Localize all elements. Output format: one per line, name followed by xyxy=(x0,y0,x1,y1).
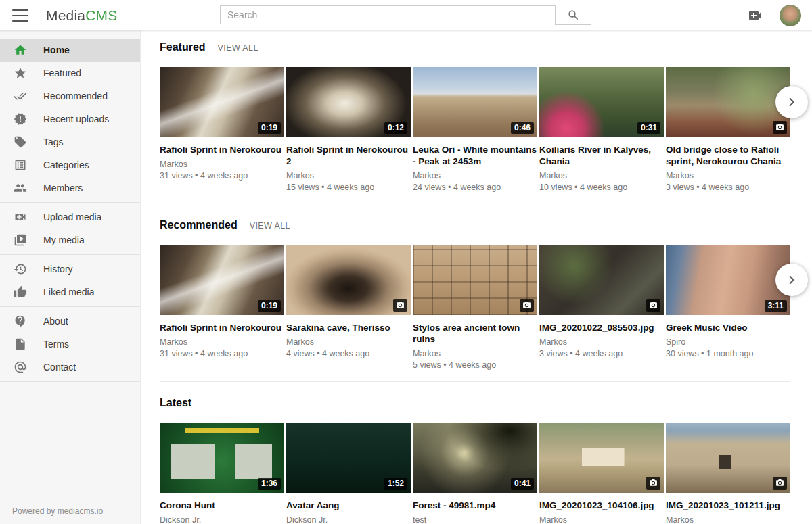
thumb-up-icon xyxy=(14,285,28,300)
media-thumbnail[interactable]: 0:19 xyxy=(160,67,284,137)
media-author[interactable]: Markos xyxy=(413,171,537,181)
search-button[interactable] xyxy=(555,5,591,25)
media-title[interactable]: Forest - 49981.mp4 xyxy=(413,500,537,511)
media-card[interactable]: 0:19 Rafioli Sprint in Nerokourou Markos… xyxy=(160,67,284,193)
video-library-icon xyxy=(14,233,28,247)
media-title[interactable]: Leuka Ori - White mountains - Peak at 24… xyxy=(413,144,537,167)
media-author[interactable]: Markos xyxy=(539,337,664,348)
media-card[interactable]: Sarakina cave, Therisso Markos 4 views •… xyxy=(286,245,411,371)
media-title[interactable]: Avatar Aang xyxy=(286,500,411,511)
sidebar-item-home[interactable]: Home xyxy=(0,39,140,62)
card-row: 0:19 Rafioli Sprint in Nerokourou Markos… xyxy=(160,245,790,371)
sidebar-item-recommended[interactable]: Recommended xyxy=(0,85,140,108)
logo[interactable]: MediaCMS xyxy=(46,7,117,24)
media-author[interactable]: Markos xyxy=(539,515,664,524)
section-title: Latest xyxy=(160,397,191,409)
media-card[interactable]: 0:31 Koiliaris River in Kalyves, Chania … xyxy=(539,67,664,193)
media-thumbnail[interactable] xyxy=(666,423,790,493)
media-card[interactable]: 0:41 Forest - 49981.mp4 test 17 views • … xyxy=(413,423,537,524)
media-title[interactable]: Rafioli Sprint in Nerokourou xyxy=(160,144,284,156)
sidebar-item-my-media[interactable]: My media xyxy=(0,229,140,252)
media-meta: 15 views • 4 weeks ago xyxy=(286,183,411,193)
media-author[interactable]: Markos xyxy=(413,349,537,359)
media-card[interactable]: 3:11 Greek Music Video Spiro 30 views • … xyxy=(666,245,790,371)
media-card[interactable]: 0:12 Rafioli Sprint in Nerokourou 2 Mark… xyxy=(286,67,411,193)
media-card[interactable]: 0:19 Rafioli Sprint in Nerokourou Markos… xyxy=(160,245,284,371)
media-author[interactable]: test xyxy=(413,515,537,524)
view-all-link[interactable]: VIEW ALL xyxy=(250,221,290,231)
media-title[interactable]: IMG_20201023_104106.jpg xyxy=(539,500,664,511)
media-thumbnail[interactable] xyxy=(666,67,790,137)
media-meta: 31 views • 4 weeks ago xyxy=(160,349,284,359)
media-thumbnail[interactable] xyxy=(286,245,411,315)
sidebar-item-about[interactable]: About xyxy=(0,310,140,333)
card-row: 0:19 Rafioli Sprint in Nerokourou Markos… xyxy=(160,67,790,193)
media-meta: 31 views • 4 weeks ago xyxy=(160,171,284,181)
media-thumbnail[interactable]: 0:46 xyxy=(413,67,537,137)
sidebar-item-members[interactable]: Members xyxy=(0,176,140,199)
media-author[interactable]: Spiro xyxy=(666,337,790,348)
media-title[interactable]: Rafioli Sprint in Nerokourou xyxy=(160,322,284,333)
media-card[interactable]: 0:46 Leuka Ori - White mountains - Peak … xyxy=(413,67,537,193)
media-meta: 3 views • 4 weeks ago xyxy=(539,349,664,359)
media-author[interactable]: Markos xyxy=(666,515,790,524)
media-author[interactable]: Dickson Jr. xyxy=(160,515,284,524)
media-title[interactable]: IMG_20201022_085503.jpg xyxy=(539,322,664,333)
media-thumbnail[interactable]: 0:41 xyxy=(413,423,537,493)
sidebar-item-tags[interactable]: Tags xyxy=(0,130,140,153)
media-author[interactable]: Markos xyxy=(666,171,790,181)
media-card[interactable]: Stylos area ancient town ruins Markos 5 … xyxy=(413,245,537,371)
media-thumbnail[interactable] xyxy=(413,245,537,315)
media-author[interactable]: Markos xyxy=(286,171,411,181)
camera-badge xyxy=(646,477,660,490)
media-card[interactable]: IMG_20201023_101211.jpg Markos 4 views •… xyxy=(666,423,790,524)
sidebar-item-upload-media[interactable]: Upload media xyxy=(0,206,140,229)
media-thumbnail[interactable]: 3:11 xyxy=(666,245,790,315)
media-title[interactable]: Old bridge close to Rafioli sprint, Nero… xyxy=(666,144,790,167)
hamburger-menu-icon[interactable] xyxy=(12,9,28,22)
sidebar-item-featured[interactable]: Featured xyxy=(0,62,140,85)
media-author[interactable]: Markos xyxy=(539,171,664,181)
media-title[interactable]: Stylos area ancient town ruins xyxy=(413,322,537,345)
media-title[interactable]: IMG_20201023_101211.jpg xyxy=(666,500,790,511)
help-icon xyxy=(14,314,28,329)
media-title[interactable]: Rafioli Sprint in Nerokourou 2 xyxy=(286,144,411,167)
tag-icon xyxy=(14,135,28,149)
sidebar-item-label: Home xyxy=(43,45,70,55)
media-thumbnail[interactable]: 0:31 xyxy=(539,67,664,137)
view-all-link[interactable]: VIEW ALL xyxy=(218,43,258,53)
home-icon xyxy=(14,43,28,57)
sidebar-item-recent-uploads[interactable]: Recent uploads xyxy=(0,108,140,130)
sidebar-item-terms[interactable]: Terms xyxy=(0,333,140,356)
media-card[interactable]: 1:52 Avatar Aang Dickson Jr. 12 views • … xyxy=(286,423,411,524)
media-thumbnail[interactable]: 1:36 xyxy=(160,423,284,493)
upload-media-icon[interactable] xyxy=(747,7,763,24)
media-author[interactable]: Markos xyxy=(160,160,284,170)
duration-badge: 0:19 xyxy=(258,122,281,134)
media-thumbnail[interactable]: 1:52 xyxy=(286,423,411,493)
media-title[interactable]: Sarakina cave, Therisso xyxy=(286,322,411,333)
media-thumbnail[interactable] xyxy=(539,423,664,493)
media-card[interactable]: IMG_20201023_104106.jpg Markos 4 views •… xyxy=(539,423,664,524)
next-arrow-button[interactable] xyxy=(775,86,808,118)
media-thumbnail[interactable]: 0:19 xyxy=(160,245,284,315)
media-author[interactable]: Markos xyxy=(286,337,411,348)
sidebar-item-categories[interactable]: Categories xyxy=(0,153,140,176)
media-card[interactable]: 1:36 Corona Hunt Dickson Jr. 6 views • 4… xyxy=(160,423,284,524)
media-thumbnail[interactable] xyxy=(539,245,664,315)
search-input[interactable] xyxy=(220,5,555,24)
next-arrow-button[interactable] xyxy=(775,264,808,296)
user-avatar[interactable] xyxy=(780,5,801,26)
media-author[interactable]: Dickson Jr. xyxy=(286,515,411,524)
media-title[interactable]: Corona Hunt xyxy=(160,500,284,511)
media-thumbnail[interactable]: 0:12 xyxy=(286,67,411,137)
media-title[interactable]: Koiliaris River in Kalyves, Chania xyxy=(539,144,664,167)
sidebar-item-liked-media[interactable]: Liked media xyxy=(0,281,140,304)
sidebar-item-history[interactable]: History xyxy=(0,258,140,281)
media-title[interactable]: Greek Music Video xyxy=(666,322,790,333)
media-card[interactable]: IMG_20201022_085503.jpg Markos 3 views •… xyxy=(539,245,664,371)
sidebar-item-contact[interactable]: Contact xyxy=(0,356,140,379)
sidebar-item-label: Upload media xyxy=(43,212,102,222)
media-author[interactable]: Markos xyxy=(160,337,284,348)
media-card[interactable]: Old bridge close to Rafioli sprint, Nero… xyxy=(666,67,790,193)
